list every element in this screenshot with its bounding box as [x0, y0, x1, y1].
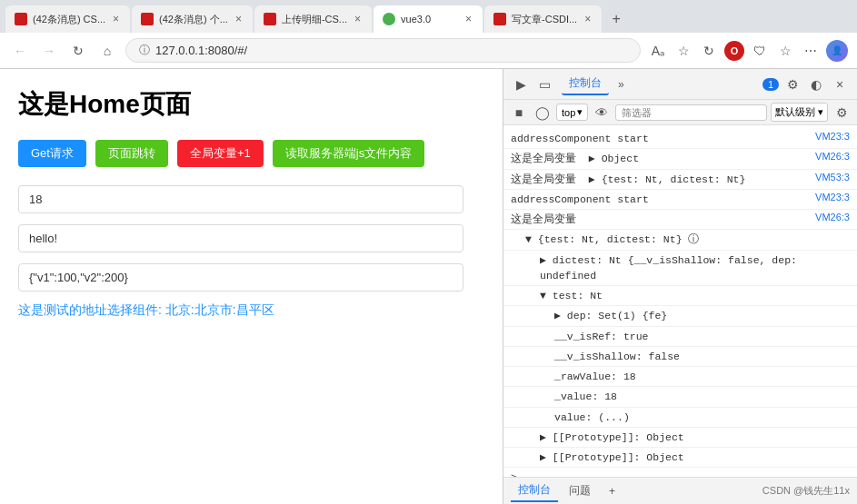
forward-button[interactable]: →: [38, 40, 60, 62]
address-actions: Aₐ ☆ ↻ O 🛡 ☆ ⋯ 👤: [648, 40, 848, 62]
devtools-settings-icon[interactable]: ⚙: [782, 74, 802, 94]
log-text-12: _value: 18: [554, 389, 850, 404]
log-text-4: 这是全局变量: [511, 212, 808, 227]
log-row-3: addressComponent start VM23:3: [503, 190, 857, 210]
tab-1-close[interactable]: ×: [111, 13, 121, 25]
bookmark-icon[interactable]: ☆: [775, 41, 795, 61]
tab-1[interactable]: (42条消息) CS... ×: [5, 5, 130, 33]
devtools-tabs: 控制台 »: [562, 73, 632, 95]
shield-icon[interactable]: 🛡: [750, 41, 770, 61]
context-selector[interactable]: top ▾: [556, 104, 588, 121]
devtools-bottom-bar: 控制台 问题 + CSDN @钱先生11x: [503, 477, 857, 504]
tab-2-title: (42条消息) 个...: [159, 13, 228, 26]
button-row: Get请求 页面跳转 全局变量+1 读取服务器端js文件内容: [18, 140, 484, 167]
tab-bar: (42条消息) CS... × (42条消息) 个... × 上传明细-CS..…: [0, 0, 857, 33]
log-row-9: __v_isRef: true: [503, 327, 857, 347]
clear-console-icon[interactable]: ◯: [533, 103, 553, 123]
log-link-3[interactable]: VM23:3: [815, 192, 850, 203]
log-link-1[interactable]: VM26:3: [815, 151, 850, 162]
log-link-2[interactable]: VM53:3: [815, 172, 850, 183]
log-link-4[interactable]: VM26:3: [815, 212, 850, 222]
log-row-11: _rawValue: 18: [503, 367, 857, 387]
log-text-1: 这是全局变量 ▶ Object: [511, 151, 808, 166]
tab-2-favicon: [141, 13, 154, 25]
filter-input[interactable]: [615, 104, 767, 121]
page-title: 这是Home页面: [18, 87, 484, 122]
devtools-close-icon[interactable]: ×: [830, 74, 850, 94]
tab-2-close[interactable]: ×: [234, 13, 244, 25]
log-text-8: ▶ dep: Set(1) {fe}: [554, 308, 850, 323]
console-log-area: addressComponent start VM23:3 这是全局变量 ▶ O…: [503, 125, 857, 477]
tab-1-title: (42条消息) CS...: [33, 13, 105, 26]
log-text-0: addressComponent start: [511, 131, 808, 146]
console-settings-icon[interactable]: ⚙: [832, 103, 852, 123]
avatar[interactable]: 👤: [826, 40, 848, 62]
address-selector-text: 这是测试的地址选择组件: 北京:北京市:昌平区: [18, 302, 484, 319]
log-text-10: __v_isShallow: false: [554, 349, 850, 364]
url-bar[interactable]: ⓘ 127.0.0.1:8080/#/: [125, 38, 641, 63]
global-var-button[interactable]: 全局变量+1: [177, 140, 264, 167]
bottom-tab-add[interactable]: +: [602, 482, 623, 500]
tab-1-favicon: [15, 13, 27, 25]
browser-chrome: (42条消息) CS... × (42条消息) 个... × 上传明细-CS..…: [0, 0, 857, 69]
tab-console[interactable]: 控制台: [562, 73, 609, 95]
block-messages-icon[interactable]: ■: [509, 103, 529, 123]
input-hello[interactable]: hello!: [18, 224, 463, 252]
get-request-button[interactable]: Get请求: [18, 140, 86, 167]
log-row-13: value: (...): [503, 408, 857, 428]
log-row-12: _value: 18: [503, 387, 857, 407]
bottom-tab-issues[interactable]: 问题: [562, 480, 598, 501]
tab-more[interactable]: »: [611, 75, 632, 94]
refresh-icon2[interactable]: ↻: [699, 41, 719, 61]
log-row-16: >: [503, 468, 857, 477]
read-server-js-button[interactable]: 读取服务器端js文件内容: [273, 140, 424, 167]
tab-2[interactable]: (42条消息) 个... ×: [132, 5, 253, 33]
devtools-dock-icon[interactable]: ◐: [806, 74, 826, 94]
page-jump-button[interactable]: 页面跳转: [95, 140, 168, 167]
tab-5-favicon: [493, 13, 506, 25]
tab-4-favicon: [383, 13, 395, 25]
cursor-inspect-icon[interactable]: ▶: [511, 74, 531, 94]
page-content: 这是Home页面 Get请求 页面跳转 全局变量+1 读取服务器端js文件内容 …: [0, 69, 503, 504]
tab-5[interactable]: 写文章-CSDI... ×: [484, 5, 602, 33]
tab-4-title: vue3.0: [401, 14, 458, 25]
tab-3[interactable]: 上传明细-CS... ×: [254, 5, 372, 33]
new-tab-button[interactable]: +: [603, 6, 629, 32]
tab-4[interactable]: vue3.0 ×: [374, 5, 483, 33]
log-text-5: ▼ {test: Nt, dictest: Nt} ⓘ: [525, 232, 850, 247]
star-icon[interactable]: ☆: [673, 41, 693, 61]
settings-icon[interactable]: ⋯: [801, 41, 821, 61]
refresh-button[interactable]: ↻: [67, 40, 89, 62]
log-row-0: addressComponent start VM23:3: [503, 129, 857, 149]
log-row-2: 这是全局变量 ▶ {test: Nt, dictest: Nt} VM53:3: [503, 170, 857, 190]
input-json[interactable]: {"v1":100,"v2":200}: [18, 263, 463, 292]
console-filter-bar: ■ ◯ top ▾ 👁 默认级别 ▾ ⚙: [503, 100, 857, 125]
opera-icon[interactable]: O: [724, 41, 744, 61]
level-selector[interactable]: 默认级别 ▾: [771, 103, 828, 122]
device-icon[interactable]: ▭: [534, 74, 554, 94]
home-button[interactable]: ⌂: [96, 40, 118, 62]
log-link-0[interactable]: VM23:3: [815, 131, 850, 142]
log-text-15: ▶ [[Prototype]]: Object: [540, 450, 850, 465]
lock-icon: ⓘ: [139, 43, 150, 58]
log-text-3: addressComponent start: [511, 192, 808, 207]
devtools-toolbar: ▶ ▭ 控制台 » 1 ⚙ ◐ ×: [503, 69, 857, 100]
tab-5-close[interactable]: ×: [583, 13, 593, 25]
log-row-1: 这是全局变量 ▶ Object VM26:3: [503, 149, 857, 169]
translate-icon[interactable]: Aₐ: [648, 41, 668, 61]
chevron-down-icon2: ▾: [818, 106, 823, 117]
chevron-down-icon: ▾: [577, 106, 583, 118]
eye-icon[interactable]: 👁: [592, 103, 612, 123]
tab-3-favicon: [264, 13, 276, 25]
log-text-6: ▶ dictest: Nt {__v_isShallow: false, dep…: [540, 252, 850, 284]
error-badge: 1: [762, 78, 779, 91]
log-row-7: ▼ test: Nt: [503, 286, 857, 306]
log-row-10: __v_isShallow: false: [503, 347, 857, 367]
context-value: top: [562, 107, 575, 118]
tab-4-close[interactable]: ×: [463, 13, 473, 25]
tab-3-close[interactable]: ×: [353, 13, 363, 25]
log-row-5: ▼ {test: Nt, dictest: Nt} ⓘ: [503, 230, 857, 250]
bottom-tab-console[interactable]: 控制台: [511, 479, 558, 502]
input-18[interactable]: 18: [18, 185, 463, 213]
back-button[interactable]: ←: [9, 40, 31, 62]
